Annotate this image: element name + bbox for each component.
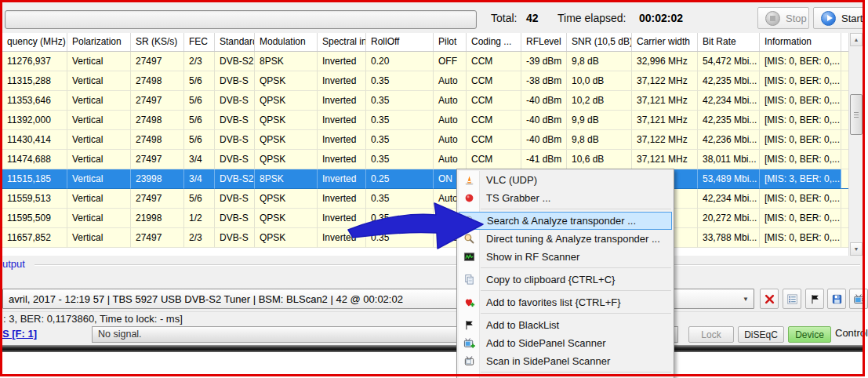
table-cell: 11353,646 (2, 91, 67, 111)
table-cell: [MIS: 0, BER: 0,... (760, 189, 841, 209)
table-row[interactable]: 11657,852Vertical274972/3DVB-SQPSKInvert… (2, 228, 848, 248)
start-button-label: Start (841, 13, 863, 24)
column-header-pilot[interactable]: Pilot (434, 33, 467, 51)
tuner-status-link[interactable]: S [F: 1] (2, 328, 37, 340)
table-cell: Vertical (67, 111, 131, 130)
table-cell-filler (841, 189, 848, 209)
table-cell: 10,6 dB (567, 150, 632, 169)
table-row[interactable]: 11515,185Vertical239983/4DVB-S28PSKInver… (2, 169, 848, 189)
output-group-label: utput (2, 258, 25, 270)
lock-button[interactable]: Lock (688, 326, 734, 343)
table-cell: 0.25 (366, 169, 434, 189)
menu-item-show-in-rf-scanner[interactable]: Show in RF Scanner (459, 248, 672, 266)
table-row[interactable]: 11392,000Vertical274985/6DVB-SQPSKInvert… (2, 111, 848, 130)
stop-button[interactable]: Stop (757, 7, 809, 29)
table-cell: 11392,000 (2, 111, 67, 130)
table-cell: QPSK (255, 111, 318, 130)
table-cell: QPSK (255, 71, 318, 91)
menu-item-ts-grabber[interactable]: TS Grabber ... (459, 189, 672, 207)
table-row[interactable]: 11430,414Vertical274985/6DVB-SQPSKInvert… (2, 130, 848, 150)
table-cell: [MIS: 0, BER: 0,... (760, 71, 841, 91)
table-cell: 37,121 MHz (632, 150, 698, 169)
table-cell: 27497 (131, 228, 184, 248)
table-row[interactable]: 11315,288Vertical274985/6DVB-SQPSKInvert… (2, 71, 848, 91)
table-row[interactable]: 11353,646Vertical274975/6DVB-SQPSKInvert… (2, 91, 848, 111)
column-header-quency-mhz[interactable]: quency (MHz) (2, 33, 67, 51)
table-cell: Vertical (67, 189, 131, 209)
table-cell: 5/6 (184, 130, 215, 150)
details-list-button[interactable] (783, 289, 801, 309)
table-cell: [MIS: 3, BER: 0,... (760, 169, 841, 189)
search-tuning-icon (459, 233, 479, 245)
device-button[interactable]: Device (788, 326, 831, 343)
table-cell: 2/3 (184, 228, 215, 248)
menu-item-copy-to-clipboard-ctrl-c[interactable]: Copy to clipboard {CTRL+C} (459, 271, 672, 289)
table-cell: DVB-S2 (215, 52, 255, 71)
table-cell: CCM (467, 150, 521, 169)
table-cell: DVB-S (215, 91, 255, 111)
table-cell: DVB-S2 (215, 169, 255, 189)
menu-item-add-to-blacklist[interactable]: Add to BlackList (459, 316, 672, 334)
table-cell: 27497 (131, 150, 184, 169)
column-header-standard[interactable]: Standard (215, 33, 255, 51)
scrollbar-thumb[interactable] (850, 94, 863, 135)
menu-item-add-to-sidepanel-scanner[interactable]: Add to SidePanel Scanner (459, 334, 672, 352)
save-button[interactable] (827, 289, 846, 309)
column-header-polarization[interactable]: Polarization (67, 33, 131, 51)
table-row[interactable]: 11474,688Vertical274973/4DVB-SQPSKInvert… (2, 150, 848, 169)
table-cell: Inverted (318, 52, 366, 71)
delete-x-icon (764, 293, 775, 305)
start-button[interactable]: Start (813, 7, 865, 29)
column-header-information[interactable]: Information (760, 33, 841, 51)
collapsed-panel-band (2, 345, 863, 352)
table-cell-filler (841, 228, 848, 248)
column-header-rolloff[interactable]: RollOff (366, 33, 434, 51)
combo-arrow-icon: ▼ (743, 296, 749, 303)
table-cell: Vertical (67, 130, 131, 150)
table-row[interactable]: 11276,937Vertical274972/3DVB-S28PSKInver… (2, 52, 848, 71)
vertical-scrollbar[interactable]: ▲ ▼ (848, 33, 863, 256)
divider (2, 311, 863, 312)
table-cell: 11315,288 (2, 71, 67, 91)
table-cell: 0.35 (366, 71, 434, 91)
table-cell: 9,8 dB (567, 52, 632, 71)
table-cell: CCM (467, 52, 521, 71)
column-header-snr-10-5-db[interactable]: SNR (10,5 dB) (567, 33, 632, 51)
tv-button[interactable] (849, 289, 868, 309)
column-header-modulation[interactable]: Modulation (255, 33, 318, 51)
rf-scanner-icon (459, 251, 479, 263)
table-cell: 42,235 Mbi... (698, 71, 760, 91)
table-cell: CCM (467, 111, 521, 130)
scroll-up-icon[interactable]: ▲ (850, 33, 863, 46)
control-menu[interactable]: Control ▼ (835, 327, 868, 339)
column-header-spectral-in[interactable]: Spectral in... (318, 33, 366, 51)
table-row[interactable]: 11595,509Vertical219981/2DVB-SQPSKInvert… (2, 209, 848, 228)
table-row[interactable]: 11559,513Vertical274975/6DVB-SQPSKInvert… (2, 189, 848, 209)
stop-icon (765, 11, 780, 26)
menu-item-add-to-favorites-list-ctrl-f[interactable]: Add to favorites list {CTRL+F} (459, 293, 672, 311)
table-cell: 0.35 (366, 91, 434, 111)
scan-progress-bar (5, 10, 477, 29)
column-header-bit-rate[interactable]: Bit Rate (698, 33, 760, 51)
table-cell: 42,235 Mbi... (698, 111, 760, 130)
column-header-coding[interactable]: Coding ... (467, 33, 521, 51)
diseqc-button[interactable]: DiSEqC (738, 326, 784, 343)
menu-item-blindscan-settings[interactable]: BlindScan Settings (459, 375, 672, 378)
flag-button[interactable] (805, 289, 824, 309)
favorites-heart-icon (459, 296, 479, 308)
column-header-sr-ks-s[interactable]: SR (KS/s) (131, 33, 184, 51)
column-header-rflevel[interactable]: RFLevel (521, 33, 567, 51)
menu-item-vlc-udp[interactable]: VLC (UDP) (459, 171, 672, 189)
menu-item-scan-in-sidepanel-scanner[interactable]: Scan in SidePanel Scanner (459, 352, 672, 370)
table-cell: 42,234 Mbi... (698, 91, 760, 111)
table-cell: DVB-S (215, 111, 255, 130)
scroll-down-icon[interactable]: ▼ (850, 242, 863, 256)
column-header-fec[interactable]: FEC (184, 33, 215, 51)
table-cell: Auto (434, 150, 467, 169)
menu-item-label: VLC (UDP) (479, 174, 537, 186)
delete-result-button[interactable] (760, 289, 779, 309)
column-header-carrier-width[interactable]: Carrier width (632, 33, 698, 51)
menu-item-direct-tuning-analyze-transponder[interactable]: Direct tuning & Analyze transponder ... (459, 230, 672, 248)
menu-item-search-analyze-transponder[interactable]: Search & Analyze transponder ... (459, 212, 672, 230)
table-header: quency (MHz)PolarizationSR (KS/s)FECStan… (2, 33, 848, 52)
